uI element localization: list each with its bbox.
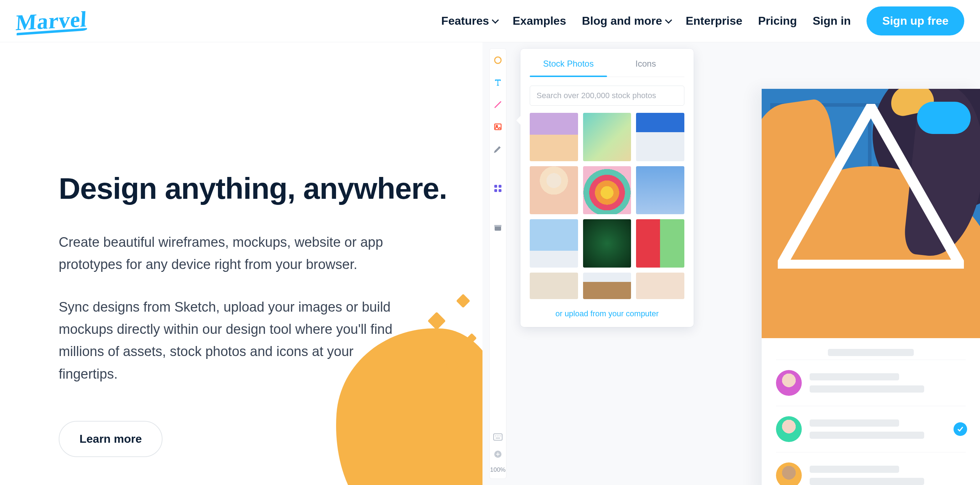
stock-thumb[interactable] xyxy=(530,219,578,268)
stock-thumb[interactable] xyxy=(530,273,578,299)
hero-paragraph-1: Create beautiful wireframes, mockups, we… xyxy=(59,231,402,276)
comment-row[interactable] xyxy=(776,452,966,485)
nav-examples[interactable]: Examples xyxy=(512,14,566,27)
comment-lines xyxy=(810,420,966,439)
chevron-down-icon xyxy=(492,16,499,24)
avatar xyxy=(776,463,802,485)
shape-tool-icon[interactable] xyxy=(493,55,503,65)
stock-thumb[interactable] xyxy=(636,273,684,299)
avatar xyxy=(776,370,802,396)
hero-section: Design anything, anywhere. Create beauti… xyxy=(0,42,482,485)
stock-thumb[interactable] xyxy=(583,219,632,268)
comment-lines xyxy=(810,373,966,392)
stock-thumb[interactable] xyxy=(583,166,632,215)
sparkle-icon xyxy=(428,312,446,330)
nav-blog-label: Blog and more xyxy=(582,14,662,27)
assets-panel: Stock Photos Icons xyxy=(520,49,694,327)
avatar xyxy=(776,416,802,442)
svg-rect-7 xyxy=(499,189,501,192)
signup-button[interactable]: Sign up free xyxy=(867,6,964,35)
image-tool-icon[interactable] xyxy=(493,122,503,132)
nav-enterprise[interactable]: Enterprise xyxy=(686,14,742,27)
svg-rect-8 xyxy=(495,227,501,231)
check-badge-icon xyxy=(953,422,967,436)
sparkle-icon xyxy=(456,294,470,308)
svg-rect-5 xyxy=(499,185,501,188)
tab-stock-photos[interactable]: Stock Photos xyxy=(530,49,607,77)
svg-rect-6 xyxy=(494,189,497,192)
stock-thumb[interactable] xyxy=(530,113,578,161)
design-canvas: 100% Stock Photos Icons xyxy=(482,42,980,485)
thumbnail-grid-partial xyxy=(520,273,694,299)
text-tool-icon[interactable] xyxy=(493,77,503,88)
site-header: Marvel Features Examples Blog and more E… xyxy=(0,0,980,42)
stock-thumb[interactable] xyxy=(636,113,684,161)
svg-rect-4 xyxy=(494,185,497,188)
placeholder-bar xyxy=(810,420,899,427)
stock-thumb[interactable] xyxy=(583,273,632,299)
tool-rail: 100% xyxy=(490,49,506,479)
svg-rect-10 xyxy=(493,434,502,440)
keyboard-icon[interactable] xyxy=(493,432,503,442)
tab-underline xyxy=(530,77,684,77)
nav-blog[interactable]: Blog and more xyxy=(582,14,670,27)
panel-tabs: Stock Photos Icons xyxy=(520,49,694,77)
stock-thumb[interactable] xyxy=(636,219,684,268)
preview-card xyxy=(762,89,980,485)
triangle-overlay-icon xyxy=(778,104,964,269)
svg-line-1 xyxy=(495,102,501,107)
nav-signin[interactable]: Sign in xyxy=(813,14,851,27)
comment-row[interactable] xyxy=(776,360,966,406)
chevron-down-icon xyxy=(665,16,672,24)
placeholder-bar xyxy=(828,349,914,356)
archive-tool-icon[interactable] xyxy=(493,223,503,233)
pencil-tool-icon[interactable] xyxy=(493,144,503,154)
zoom-level-label: 100% xyxy=(490,466,505,474)
svg-rect-2 xyxy=(495,124,501,130)
placeholder-bar xyxy=(810,385,924,392)
components-tool-icon[interactable] xyxy=(493,183,503,193)
rail-bottom: 100% xyxy=(490,432,505,479)
main-content: Design anything, anywhere. Create beauti… xyxy=(0,42,980,485)
hero-title: Design anything, anywhere. xyxy=(59,171,482,206)
placeholder-bar xyxy=(810,432,924,439)
search-wrapper xyxy=(530,86,684,106)
zoom-in-icon[interactable] xyxy=(493,449,503,459)
placeholder-bar xyxy=(810,478,924,485)
stock-search-input[interactable] xyxy=(530,86,684,106)
preview-image xyxy=(762,89,980,338)
nav-features[interactable]: Features xyxy=(441,14,497,27)
stock-thumb[interactable] xyxy=(583,113,632,161)
comment-lines xyxy=(810,466,966,485)
svg-rect-9 xyxy=(494,225,501,227)
learn-more-button[interactable]: Learn more xyxy=(59,421,162,457)
svg-rect-18 xyxy=(496,454,500,455)
comment-row[interactable] xyxy=(776,406,966,452)
comments-list xyxy=(762,338,980,485)
primary-nav: Features Examples Blog and more Enterpri… xyxy=(441,6,964,35)
upload-link[interactable]: or upload from your computer xyxy=(520,309,694,318)
nav-pricing[interactable]: Pricing xyxy=(758,14,797,27)
placeholder-bar xyxy=(810,466,899,473)
stock-thumb[interactable] xyxy=(636,166,684,215)
stock-thumb[interactable] xyxy=(530,166,578,215)
nav-features-label: Features xyxy=(441,14,489,27)
brand-logo[interactable]: Marvel xyxy=(15,6,88,36)
thumbnail-grid xyxy=(520,113,694,268)
line-tool-icon[interactable] xyxy=(493,100,503,110)
placeholder-bar xyxy=(810,373,899,380)
svg-point-0 xyxy=(495,57,501,64)
panel-caret-icon xyxy=(516,116,520,124)
tab-icons[interactable]: Icons xyxy=(607,49,684,77)
